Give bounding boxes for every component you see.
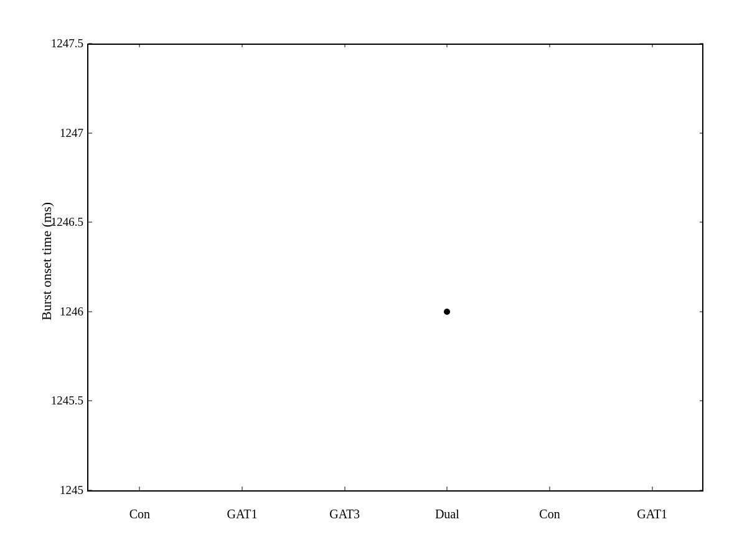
x-top-tick-mark: [447, 44, 448, 47]
x-tick-mark: [344, 487, 345, 490]
chart-wrapper: Burst onset time (ms) 12451245.512461246…: [31, 31, 716, 541]
x-top-tick-mark: [139, 44, 140, 47]
y-tick-label: 1245.5: [51, 394, 83, 408]
x-tick-label: GAT3: [329, 507, 360, 521]
x-top-tick-mark: [242, 44, 243, 47]
x-tick-mark: [550, 487, 550, 490]
y-tick-mark: [88, 311, 92, 312]
x-tick-mark: [139, 487, 140, 490]
y-tick-mark: [88, 490, 92, 491]
x-tick-label: GAT1: [637, 507, 667, 521]
y-tick-label: 1246: [60, 305, 83, 319]
x-top-tick-mark: [550, 44, 550, 47]
x-tick-mark: [242, 487, 243, 490]
x-tick-mark: [447, 487, 448, 490]
plot-area: 12451245.512461246.512471247.5ConGAT1GAT…: [87, 44, 703, 492]
y-tick-label: 1246.5: [51, 215, 83, 229]
y-tick-label: 1247: [60, 126, 83, 140]
y-tick-label: 1247.5: [51, 37, 83, 50]
x-tick-label: GAT1: [227, 507, 258, 521]
y-tick-mark: [88, 133, 92, 133]
y-right-tick-mark: [700, 44, 703, 44]
y-axis-label-container: Burst onset time (ms): [31, 31, 62, 492]
chart-container: Burst onset time (ms) 12451245.512461246…: [0, 0, 747, 560]
x-tick-label: Con: [539, 507, 560, 521]
y-right-tick-mark: [700, 133, 703, 133]
y-right-tick-mark: [700, 490, 703, 491]
y-tick-label: 1245: [60, 483, 83, 497]
x-tick-mark: [652, 487, 652, 490]
x-tick-label: Con: [129, 507, 150, 521]
y-tick-mark: [88, 401, 92, 401]
plot-inner: 12451245.512461246.512471247.5ConGAT1GAT…: [88, 44, 703, 490]
x-top-tick-mark: [652, 44, 652, 47]
y-tick-mark: [88, 222, 92, 223]
x-tick-label: Dual: [435, 507, 459, 521]
y-tick-mark: [88, 44, 92, 44]
y-right-tick-mark: [700, 222, 703, 223]
x-top-tick-mark: [344, 44, 345, 47]
data-point: [444, 309, 450, 315]
y-right-tick-mark: [700, 401, 703, 401]
y-right-tick-mark: [700, 311, 703, 312]
